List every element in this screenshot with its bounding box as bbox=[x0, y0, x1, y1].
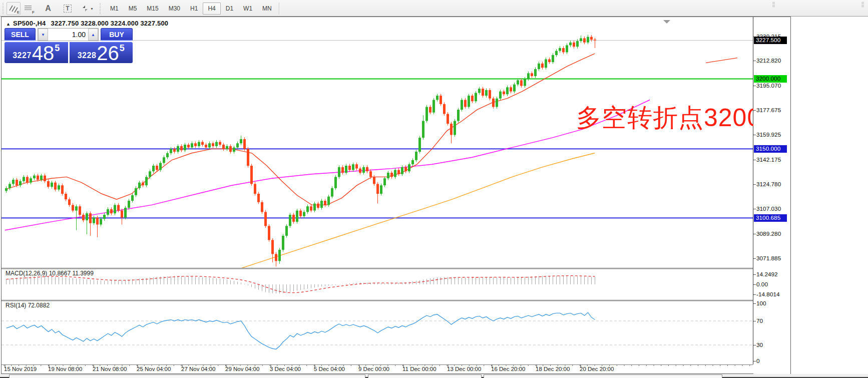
time-axis-label: 21 Nov 08:00 bbox=[93, 366, 127, 372]
time-axis-label: 19 Nov 08:00 bbox=[48, 366, 82, 372]
tab-bar-strip bbox=[0, 374, 868, 378]
chart-plot[interactable] bbox=[2, 17, 753, 374]
price-axis-tick: 70 bbox=[756, 317, 763, 324]
price-axis-tick: 0 bbox=[756, 357, 760, 364]
timeframe-button-m15[interactable]: M15 bbox=[142, 3, 163, 15]
timeframe-button-m30[interactable]: M30 bbox=[164, 3, 185, 15]
time-axis-label: 13 Dec 00:00 bbox=[447, 366, 481, 372]
toolbar-stub-1 bbox=[772, 2, 775, 7]
time-axis-label: 3 Dec 04:00 bbox=[270, 366, 301, 372]
collapse-arrow-icon[interactable]: ▲ bbox=[6, 22, 11, 27]
price-level-label: 3100.685 bbox=[754, 214, 787, 222]
timeframe-group: M1M5M15M30H1H4D1W1MN bbox=[105, 3, 277, 15]
grid-icon-label: F bbox=[32, 10, 35, 15]
price-level-label: 3200.000 bbox=[754, 75, 787, 83]
time-axis-label: 29 Nov 04:00 bbox=[225, 366, 259, 372]
price-axis-tick: 3177.675 bbox=[756, 107, 781, 114]
price-level-label: 3227.500 bbox=[754, 37, 787, 44]
price-axis-tick: 3107.030 bbox=[756, 205, 781, 212]
price-axis-tick: 100 bbox=[756, 300, 766, 307]
volume-increase-button[interactable]: ▲ bbox=[88, 29, 98, 41]
timeframe-button-d1[interactable]: D1 bbox=[221, 3, 238, 15]
time-axis-label: 20 Dec 20:00 bbox=[580, 366, 614, 372]
one-click-trade-panel: SELL ▼ ▲ BUY 3227 48 5 3228 26 5 bbox=[5, 28, 133, 63]
price-axis-tick: 3159.925 bbox=[756, 131, 781, 138]
timeframe-button-w1[interactable]: W1 bbox=[238, 3, 257, 15]
time-axis-label: 11 Dec 00:00 bbox=[402, 366, 437, 372]
grid-icon[interactable]: F bbox=[22, 2, 36, 15]
price-axis-tick: 3212.820 bbox=[756, 57, 781, 64]
candlestick-series bbox=[5, 35, 596, 266]
timeframe-button-h1[interactable]: H1 bbox=[185, 3, 203, 15]
price-axis-tick: -14.8014 bbox=[756, 291, 780, 298]
rsi-panel bbox=[2, 312, 753, 349]
timeframe-drag-handle[interactable] bbox=[99, 3, 102, 14]
sell-price-display[interactable]: 3227 48 5 bbox=[5, 42, 68, 63]
timeframe-button-mn[interactable]: MN bbox=[257, 3, 277, 15]
buy-button[interactable]: BUY bbox=[101, 28, 133, 41]
toolbar: E F A T ▾ M1M5M15M30H1H4D1W1MN bbox=[0, 0, 868, 17]
timeframe-button-m5[interactable]: M5 bbox=[124, 3, 142, 15]
experts-icon-label: E bbox=[17, 10, 20, 15]
time-axis-label: 16 Dec 20:00 bbox=[491, 366, 525, 372]
chart-window: ▲SP500-,H43227.750 3228.000 3224.000 322… bbox=[1, 17, 791, 374]
time-axis-label: 9 Dec 00:00 bbox=[358, 366, 389, 372]
chart-title: ▲SP500-,H43227.750 3228.000 3224.000 322… bbox=[6, 20, 168, 27]
price-axis-tick: 0.00 bbox=[756, 281, 768, 288]
volume-stepper: ▼ ▲ bbox=[38, 28, 99, 41]
price-axis-tick: 3195.070 bbox=[756, 82, 781, 89]
volume-input[interactable] bbox=[48, 29, 88, 41]
volume-decrease-button[interactable]: ▼ bbox=[38, 29, 48, 41]
chart-tab-stub[interactable] bbox=[368, 374, 482, 378]
toolbar-stub-2 bbox=[861, 2, 864, 7]
price-axis-tick: 3071.885 bbox=[756, 255, 781, 262]
time-axis-label: 18 Dec 20:00 bbox=[536, 366, 570, 372]
arrange-icon[interactable]: ▾ bbox=[80, 2, 94, 15]
timeframe-button-h4[interactable]: H4 bbox=[203, 3, 220, 15]
text-label-icon[interactable]: A bbox=[41, 2, 55, 15]
price-axis-tick: 3124.780 bbox=[756, 181, 781, 188]
chart-shift-marker bbox=[663, 20, 670, 24]
dropdown-caret-icon: ▾ bbox=[91, 7, 93, 11]
macd-panel bbox=[7, 275, 595, 293]
buy-price-display[interactable]: 3228 26 5 bbox=[70, 42, 133, 63]
experts-icon[interactable]: E bbox=[7, 2, 21, 15]
toolbar-separator bbox=[279, 3, 280, 15]
price-axis-tick: 3142.175 bbox=[756, 156, 781, 163]
ohlc-values: 3227.750 3228.000 3224.000 3227.500 bbox=[51, 20, 169, 27]
time-axis-label: 27 Nov 04:00 bbox=[181, 366, 215, 372]
rsi-label: RSI(14) 72.0882 bbox=[6, 302, 50, 309]
price-axis[interactable]: 3230.2153212.8203195.0703177.6753159.925… bbox=[753, 17, 790, 374]
time-axis-label: 5 Dec 04:00 bbox=[314, 366, 345, 372]
macd-label: MACD(12,26,9) 10.8667 11.3999 bbox=[6, 270, 94, 277]
toolbar-drag-handle[interactable] bbox=[2, 3, 5, 14]
sell-button[interactable]: SELL bbox=[5, 28, 36, 41]
chart-tab-stub[interactable] bbox=[484, 374, 722, 378]
time-axis-label: 15 Nov 2019 bbox=[4, 366, 37, 372]
price-level-label: 3150.000 bbox=[754, 145, 787, 153]
text-box-icon[interactable]: T bbox=[61, 2, 75, 15]
price-axis-tick: 14.2492 bbox=[756, 271, 778, 278]
price-axis-tick: 3089.280 bbox=[756, 230, 781, 237]
time-axis-label: 25 Nov 04:00 bbox=[137, 366, 171, 372]
chart-tab-stub[interactable] bbox=[9, 374, 365, 378]
symbol-label: SP500-,H4 bbox=[13, 20, 46, 27]
price-axis-tick: 30 bbox=[756, 341, 763, 348]
annotation-text[interactable]: 多空转折点3200 bbox=[576, 101, 761, 135]
timeframe-button-m1[interactable]: M1 bbox=[105, 3, 124, 15]
